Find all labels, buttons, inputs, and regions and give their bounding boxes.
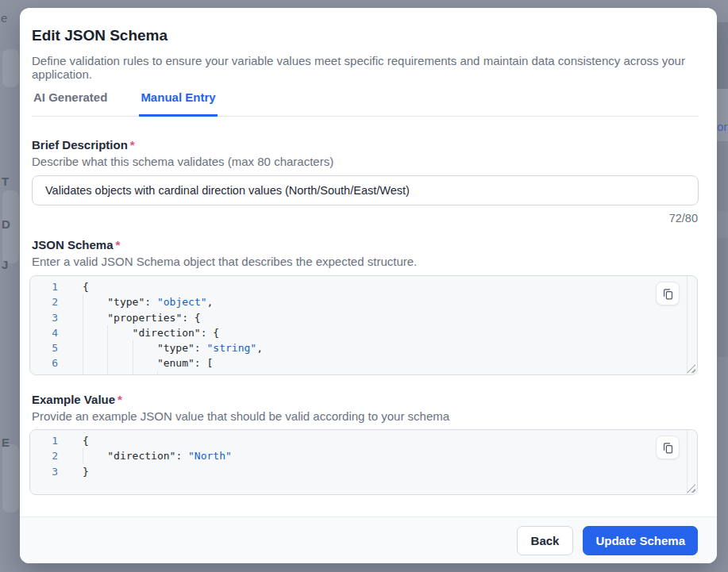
code-content: 1{2"type": "object",3"properties": {4"di… xyxy=(30,276,697,375)
example-value-helper: Provide an example JSON value that shoul… xyxy=(32,409,449,423)
backdrop-text-fragment: D xyxy=(2,217,10,231)
copy-icon xyxy=(661,287,675,301)
required-marker: * xyxy=(116,238,121,251)
char-counter: 72/80 xyxy=(669,212,698,225)
copy-icon xyxy=(661,441,675,455)
json-schema-editor[interactable]: 1{2"type": "object",3"properties": {4"di… xyxy=(29,275,698,375)
backdrop-text-fragment: E xyxy=(2,436,10,449)
code-content: 1{2"direction": "North"3} xyxy=(30,430,697,479)
screen: e T D J E on Edit JSON Schema Define val… xyxy=(0,0,728,572)
dialog-title: Edit JSON Schema xyxy=(32,27,168,44)
backdrop-field-ghost xyxy=(2,49,19,87)
code-line: 2"type": "object", xyxy=(30,294,697,309)
required-marker: * xyxy=(117,393,122,406)
code-line: 2"direction": "North" xyxy=(30,448,697,463)
backdrop-band xyxy=(717,89,728,141)
label-text: Example Value xyxy=(32,393,115,406)
code-line: 6"enum": [ xyxy=(30,355,697,370)
copy-example-button[interactable] xyxy=(656,436,680,459)
code-line: 3"properties": { xyxy=(30,310,697,325)
dialog-footer: Back Update Schema xyxy=(20,516,717,563)
code-line: 1{ xyxy=(30,279,697,294)
json-schema-helper: Enter a valid JSON Schema object that de… xyxy=(32,255,417,268)
example-value-editor[interactable]: 1{2"direction": "North"3} xyxy=(29,429,698,495)
backdrop-field-ghost xyxy=(2,444,19,512)
update-schema-button[interactable]: Update Schema xyxy=(583,526,698,555)
dialog-subtitle: Define validation rules to ensure your v… xyxy=(32,54,699,81)
tab-ai-generated[interactable]: AI Generated xyxy=(32,86,109,116)
backdrop-text-fragment: e xyxy=(1,11,7,25)
code-line: 5"type": "string", xyxy=(30,340,697,355)
brief-description-helper: Describe what this schema validates (max… xyxy=(32,155,333,168)
scrollbar-gutter xyxy=(687,276,688,374)
backdrop-link-fragment: on xyxy=(717,120,728,133)
tab-bar: AI Generated Manual Entry xyxy=(32,86,699,117)
example-value-label: Example Value* xyxy=(32,393,122,406)
required-marker: * xyxy=(130,138,135,152)
label-text: Brief Description xyxy=(32,138,128,152)
backdrop-text-fragment: J xyxy=(2,258,8,271)
back-button[interactable]: Back xyxy=(517,526,574,555)
json-schema-label: JSON Schema* xyxy=(32,238,120,251)
label-text: JSON Schema xyxy=(32,238,114,251)
backdrop-band xyxy=(717,238,728,357)
backdrop-band xyxy=(717,22,728,89)
brief-description-input[interactable] xyxy=(32,175,699,205)
copy-schema-button[interactable] xyxy=(656,282,680,305)
code-line: 7"North", xyxy=(30,371,697,375)
brief-description-label: Brief Description* xyxy=(32,138,135,152)
backdrop-text-fragment: T xyxy=(2,175,9,188)
scrollbar-gutter xyxy=(687,430,688,494)
tab-manual-entry[interactable]: Manual Entry xyxy=(139,86,217,117)
code-line: 4"direction": { xyxy=(30,325,697,340)
code-line: 3} xyxy=(30,464,697,479)
backdrop-band xyxy=(717,141,728,211)
code-line: 1{ xyxy=(30,433,697,448)
edit-json-schema-dialog: Edit JSON Schema Define validation rules… xyxy=(20,8,717,563)
resize-handle[interactable] xyxy=(687,484,695,493)
